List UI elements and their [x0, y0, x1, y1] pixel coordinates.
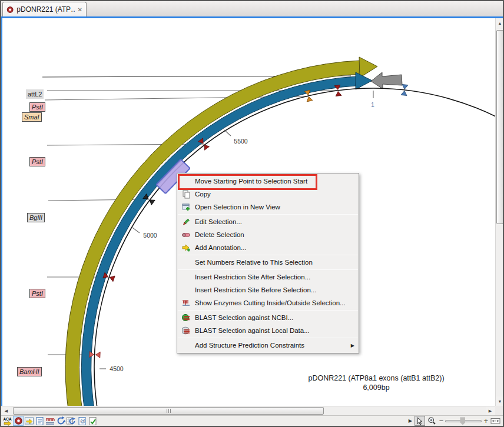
sequence-view-button[interactable]: ACA: [2, 416, 13, 426]
scroll-down-button[interactable]: ▼: [496, 396, 504, 406]
horizontal-scrollbar[interactable]: ◀ ▶: [1, 406, 495, 415]
menu-item-label: Set Numbers Relative to This Selection: [195, 259, 313, 266]
panel-expand-icon[interactable]: ▶: [409, 418, 412, 423]
menu-separator: [178, 214, 358, 215]
menu-item-show-enzymes-cutting[interactable]: Show Enzymes Cutting Inside/Outside Sele…: [177, 296, 359, 309]
vertical-scrollbar[interactable]: ▲ ▼: [495, 18, 504, 406]
enzyme-label-bglii[interactable]: BglII: [27, 213, 45, 222]
enzyme-label-smai[interactable]: SmaI: [22, 112, 42, 122]
element-info-view-button[interactable]: [87, 416, 98, 426]
zoom-slider[interactable]: [445, 420, 482, 422]
feature-label-attl2[interactable]: attL2: [26, 89, 44, 99]
history-view-button[interactable]: @: [77, 416, 87, 426]
menu-item-label: Copy: [195, 191, 211, 198]
application-window: pDONR221 (ATP… ✕: [0, 0, 504, 427]
menu-item-label: Delete Selection: [195, 231, 244, 238]
olive-annotation-arrowhead[interactable]: [359, 57, 377, 78]
context-menu: Move Starting Point to Selection Start C…: [177, 173, 359, 353]
menu-item-set-numbers-relative[interactable]: Set Numbers Relative to This Selection: [177, 256, 359, 269]
menu-item-insert-site-before[interactable]: Insert Restriction Site Before Selection…: [177, 283, 359, 296]
menu-item-blast-local[interactable]: BLAST Selection against Local Data...: [177, 324, 359, 337]
menu-item-insert-site-after[interactable]: Insert Restriction Site After Selection.…: [177, 271, 359, 283]
menu-item-blast-ncbi[interactable]: BLAST Selection against NCBI...: [177, 311, 359, 324]
vertical-scroll-thumb[interactable]: [496, 30, 503, 224]
text-view-button[interactable]: [34, 416, 45, 426]
tab-pdonr221[interactable]: pDONR221 (ATP… ✕: [2, 2, 87, 16]
sequence-length: 6,009bp: [270, 383, 482, 392]
menu-item-label: Add Structure Prediction Constraints: [195, 342, 304, 349]
menu-item-label: Edit Selection...: [195, 218, 242, 225]
menu-item-label: Insert Restriction Site Before Selection…: [195, 286, 316, 293]
zoom-controls: ▶ − +: [409, 416, 502, 426]
menu-item-copy[interactable]: Copy: [177, 188, 359, 201]
tab-close-icon[interactable]: ✕: [78, 6, 82, 13]
enzymes-cutting-icon: [177, 298, 195, 308]
menu-item-label: Show Enzymes Cutting Inside/Outside Sele…: [195, 299, 346, 306]
zoom-out-button[interactable]: −: [439, 417, 444, 425]
enzyme-label-psti-1[interactable]: PstI: [29, 102, 45, 112]
menu-item-label: BLAST Selection against Local Data...: [195, 327, 310, 334]
add-annotation-icon: [177, 243, 195, 252]
zoom-slider-thumb[interactable]: [460, 418, 465, 425]
zoom-in-button[interactable]: +: [483, 417, 488, 425]
tab-title: pDONR221 (ATP…: [16, 5, 74, 14]
scroll-right-button[interactable]: ▶: [486, 406, 495, 415]
annotation-table-view-button[interactable]: [24, 416, 34, 426]
edit-pencil-icon: [177, 217, 195, 226]
menu-item-edit-selection[interactable]: Edit Selection...: [177, 215, 359, 228]
tab-bar: pDONR221 (ATP… ✕: [1, 1, 503, 16]
menu-separator: [178, 310, 358, 311]
circular-sequence-icon: [6, 6, 14, 14]
horizontal-scroll-thumb[interactable]: [13, 407, 324, 415]
enzyme-label-bamhi[interactable]: BamHI: [17, 367, 42, 376]
view-toolbar: ACA: [1, 415, 503, 426]
enzyme-label-psti-3[interactable]: PstI: [29, 289, 45, 298]
tick-label-5000: 5000: [143, 232, 157, 239]
menu-separator: [178, 338, 358, 338]
cloning-view-button[interactable]: [55, 416, 66, 426]
fit-to-width-button[interactable]: [490, 416, 500, 426]
restriction-map-view-button[interactable]: [45, 416, 55, 426]
delete-selection-icon: [177, 230, 195, 239]
aca-text: ACA: [3, 417, 11, 421]
svg-text:@: @: [80, 418, 85, 424]
tick-label-4500: 4500: [110, 365, 124, 372]
circular-view-button[interactable]: [13, 416, 24, 426]
menu-item-label: BLAST Selection against NCBI...: [195, 314, 293, 321]
menu-separator: [178, 269, 358, 270]
gray-annotation-arrow[interactable]: [371, 72, 402, 89]
menu-separator: [178, 255, 358, 255]
tick-label-origin: 1: [371, 101, 374, 108]
submenu-arrow-icon: ▶: [351, 343, 359, 348]
menu-item-open-selection-new-view[interactable]: Open Selection in New View: [177, 201, 359, 214]
menu-item-add-annotation[interactable]: Add Annotation...: [177, 241, 359, 254]
sequence-title-block: pDONR221 (ATP8a1 exons (attB1 attB2)) 6,…: [270, 373, 482, 392]
annotation-layout-view-button[interactable]: [66, 416, 77, 426]
scroll-left-button[interactable]: ◀: [2, 406, 11, 415]
menu-item-label: Add Annotation...: [195, 244, 247, 251]
open-new-view-icon: [177, 202, 195, 212]
scroll-up-button[interactable]: ▲: [496, 18, 504, 28]
scrollbar-corner: [495, 406, 504, 415]
sequence-name: pDONR221 (ATP8a1 exons (attB1 attB2)): [270, 373, 482, 383]
copy-icon: [177, 189, 195, 199]
zoom-tool-button[interactable]: [427, 416, 437, 426]
blast-ncbi-icon: [177, 313, 195, 322]
blast-local-icon: [177, 326, 195, 335]
tick-label-5500: 5500: [234, 138, 248, 145]
selection-tool-button[interactable]: [415, 416, 425, 426]
menu-item-move-starting-point[interactable]: Move Starting Point to Selection Start: [177, 175, 359, 188]
menu-item-delete-selection[interactable]: Delete Selection: [177, 228, 359, 241]
menu-item-label: Insert Restriction Site After Selection.…: [195, 273, 310, 281]
menu-item-add-structure-constraints[interactable]: Add Structure Prediction Constraints ▶: [177, 339, 359, 352]
menu-item-label: Move Starting Point to Selection Start: [195, 178, 307, 185]
menu-item-label: Open Selection in New View: [195, 204, 280, 211]
enzyme-label-psti-2[interactable]: PstI: [29, 157, 45, 166]
